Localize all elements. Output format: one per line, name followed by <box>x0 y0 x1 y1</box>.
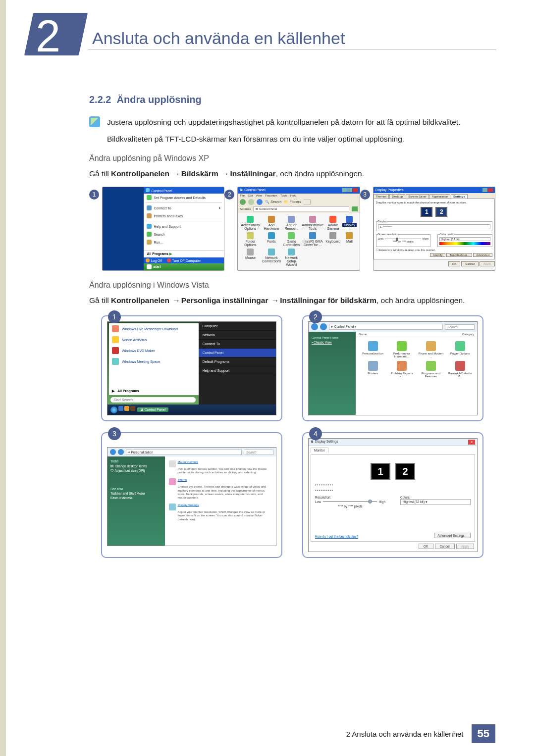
page-number: 55 <box>472 724 495 743</box>
xp-instruction: Gå till Kontrollpanelen →Bildskärm →Inst… <box>89 168 495 180</box>
step-badge-2: 2 <box>224 190 234 200</box>
v2-grid: Personalizat ionPerformance Informatio..… <box>356 337 477 382</box>
vista-step-2: 2 ▸ Control Panel ▸ Search Control Panel… <box>302 315 483 421</box>
v1-left-items: Windows Live Messenger DownloadNorton An… <box>109 323 199 387</box>
xp2-grid: Accessibility OptionsAdd HardwareAdd or … <box>238 213 359 269</box>
step-badge-1: 1 <box>89 190 99 200</box>
xp-display-properties-screenshot: Display Properties Themes Desktop Screen… <box>373 187 495 271</box>
vista-step-3: 3 « Personalization Search Tasks 🖼 Chang… <box>101 432 282 558</box>
vista-display-settings-screenshot: 🖥 Display Settings× Monitor 12 *********… <box>308 438 478 552</box>
chapter-header: 2 Ansluta och använda en källenhet <box>0 13 535 62</box>
vista-step-4: 4 🖥 Display Settings× Monitor 12 *******… <box>302 432 483 558</box>
section-title: Ändra upplösning <box>117 94 202 105</box>
chapter-number: 2 <box>36 11 58 62</box>
vista-instruction: Gå till Kontrollpanelen →Personliga inst… <box>89 295 495 306</box>
xp-subheading: Ändra upplösning på Windows XP <box>89 154 495 163</box>
footer-text: 2 Ansluta och använda en källenhet <box>346 730 464 738</box>
vista-control-panel-screenshot: ▸ Control Panel ▸ Search Control Panel H… <box>308 321 478 415</box>
body-paragraph: Bildkvaliteten på TFT-LCD-skärmar kan fö… <box>107 133 495 145</box>
section-heading: 2.2.2 Ändra upplösning <box>89 94 495 105</box>
info-icon <box>89 116 100 127</box>
step-badge-3: 3 <box>360 190 370 200</box>
section-number: 2.2.2 <box>89 94 111 105</box>
vista-step-1: 1 Windows Live Messenger DownloadNorton … <box>101 315 282 421</box>
xp-start-menu-screenshot: Control Panel Set Program Access and Def… <box>102 187 224 271</box>
header-rule <box>88 50 496 50</box>
vista-start-menu-screenshot: Windows Live Messenger DownloadNorton An… <box>107 321 276 415</box>
chapter-title: Ansluta och använda en källenhet <box>92 29 345 48</box>
vista-subheading: Ändra upplösning i Windows Vista <box>89 281 495 290</box>
info-callout: Justera upplösning och uppdateringshasti… <box>89 116 495 128</box>
xp-control-panel-screenshot: 🖥 Control Panel FileEditView FavoritesTo… <box>237 187 360 271</box>
info-text-1: Justera upplösning och uppdateringshasti… <box>107 116 460 128</box>
v1-right-items: ComputerNetworkConnect ToControl PanelDe… <box>199 322 276 404</box>
page-footer: 2 Ansluta och använda en källenhet 55 <box>346 724 495 743</box>
side-accent <box>0 0 6 756</box>
vista-personalization-screenshot: « Personalization Search Tasks 🖼 Change … <box>107 447 276 546</box>
